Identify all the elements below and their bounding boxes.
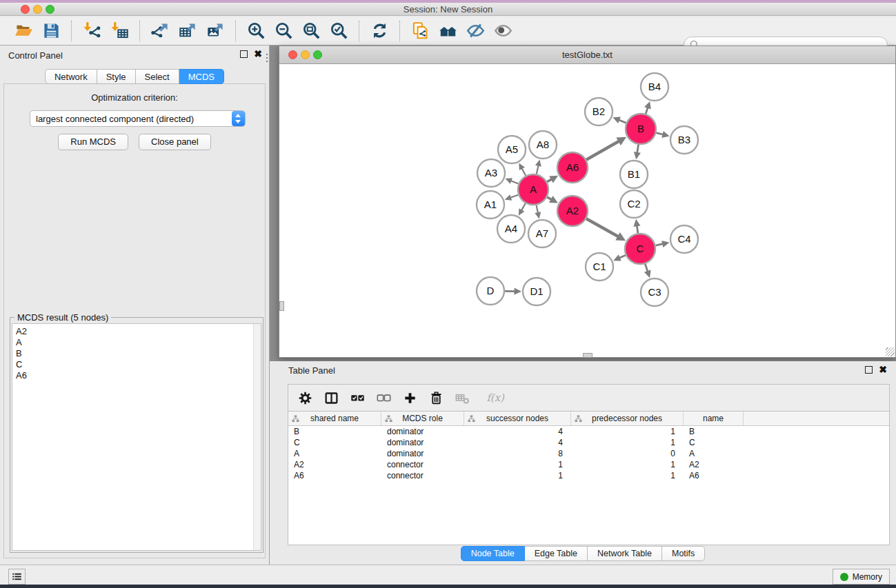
edge-B-B2[interactable] [619, 120, 626, 123]
birdseye-handle-left[interactable] [279, 301, 284, 311]
node-A2[interactable]: A2 [557, 196, 588, 226]
deselect-all-rows-button[interactable] [377, 389, 391, 406]
birdseye-handle-bottom[interactable] [583, 353, 593, 358]
edge-A-A4[interactable] [521, 203, 526, 210]
tab-edge-table[interactable]: Edge Table [525, 546, 588, 561]
mcds-result-item[interactable]: B [16, 348, 261, 359]
toggle-columns-button[interactable] [324, 389, 339, 406]
hide-selected-button[interactable] [461, 19, 489, 43]
tab-select[interactable]: Select [136, 69, 179, 84]
network-canvas[interactable]: AA1A2A3A4A5A6A7A8BB1B2B3B4CC1C2C3C4DD1 [279, 64, 895, 357]
new-network-from-file-button[interactable] [406, 19, 434, 43]
select-all-rows-button[interactable] [350, 389, 365, 406]
node-A5[interactable]: A5 [498, 136, 526, 163]
zoom-window-button[interactable] [46, 5, 54, 14]
tab-network[interactable]: Network [45, 69, 97, 84]
node-A1[interactable]: A1 [477, 191, 504, 219]
edge-A-A6[interactable] [547, 179, 552, 182]
table-settings-button[interactable] [298, 389, 312, 406]
edge-A-A5[interactable] [521, 168, 526, 176]
float-panel-icon[interactable] [240, 50, 248, 58]
table-row[interactable]: A2connector11A2 [288, 459, 889, 470]
node-A7[interactable]: A7 [528, 220, 556, 247]
node-A8[interactable]: A8 [529, 131, 557, 159]
column-header-MCDS-role[interactable]: MCDS role [381, 412, 464, 425]
mcds-result-item[interactable]: A [16, 337, 261, 348]
task-history-button[interactable] [8, 569, 26, 585]
memory-button[interactable]: Memory [833, 569, 890, 585]
edge-B-B3[interactable] [656, 133, 663, 135]
node-B2[interactable]: B2 [585, 98, 613, 125]
node-B4[interactable]: B4 [641, 73, 668, 101]
network-zoom-button[interactable] [313, 50, 322, 59]
node-B[interactable]: B [626, 114, 656, 144]
zoom-selected-button[interactable] [325, 19, 352, 43]
node-A4[interactable]: A4 [497, 215, 525, 243]
node-A[interactable]: A [518, 174, 548, 205]
table-row[interactable]: Bdominator41B [288, 426, 889, 437]
zoom-fit-button[interactable] [297, 19, 325, 43]
run-mcds-button[interactable]: Run MCDS [58, 134, 128, 150]
resize-grip-icon[interactable] [886, 347, 895, 356]
zoom-in-button[interactable] [242, 19, 270, 43]
tab-mcds[interactable]: MCDS [179, 69, 224, 84]
refresh-button[interactable] [366, 19, 393, 43]
export-table-button[interactable] [174, 19, 201, 43]
minimize-window-button[interactable] [33, 5, 42, 14]
node-A3[interactable]: A3 [477, 159, 505, 187]
show-all-button[interactable] [489, 19, 517, 43]
node-A6[interactable]: A6 [557, 152, 588, 183]
node-C2[interactable]: C2 [620, 190, 648, 218]
network-minimize-button[interactable] [301, 50, 310, 59]
node-B3[interactable]: B3 [670, 126, 698, 154]
close-window-button[interactable] [21, 5, 30, 14]
import-network-button[interactable] [78, 19, 106, 43]
edge-C-C4[interactable] [655, 244, 663, 245]
edge-A-A7[interactable] [537, 205, 538, 214]
close-panel-icon[interactable]: ✖ [254, 50, 262, 58]
edge-C-C3[interactable] [645, 264, 648, 272]
import-table-button[interactable] [106, 19, 133, 43]
table-row[interactable]: A6connector11A6 [288, 470, 889, 481]
node-D1[interactable]: D1 [523, 278, 550, 305]
column-header-predecessor-nodes[interactable]: predecessor nodes [571, 412, 684, 425]
network-close-button[interactable] [288, 50, 297, 59]
node-D[interactable]: D [477, 277, 504, 305]
tab-network-table[interactable]: Network Table [588, 546, 662, 561]
network-window-titlebar[interactable]: testGlobe.txt [279, 46, 895, 64]
close-panel-button[interactable]: Close panel [139, 134, 211, 150]
first-neighbors-button[interactable] [434, 19, 461, 43]
edge-C-C2[interactable] [637, 225, 638, 233]
float-table-panel-icon[interactable] [865, 366, 873, 374]
edge-A6-B[interactable] [586, 141, 619, 160]
mcds-result-item[interactable]: A6 [16, 370, 261, 381]
close-table-panel-icon[interactable]: ✖ [879, 366, 887, 374]
edge-A2-C[interactable] [586, 219, 618, 236]
mcds-result-item[interactable]: A2 [16, 326, 261, 337]
panel-splitter-handle[interactable] [266, 54, 268, 62]
tab-motifs[interactable]: Motifs [662, 546, 705, 561]
result-scrollbar[interactable] [253, 324, 261, 550]
mcds-result-list[interactable]: A2ABCA6 [12, 323, 261, 551]
node-C4[interactable]: C4 [670, 225, 698, 253]
tab-style[interactable]: Style [97, 69, 136, 84]
node-C1[interactable]: C1 [586, 253, 613, 281]
edge-A-A3[interactable] [510, 181, 518, 183]
mcds-result-item[interactable]: C [16, 359, 261, 370]
node-C[interactable]: C [625, 234, 655, 264]
node-B1[interactable]: B1 [620, 161, 648, 188]
edge-A-A2[interactable] [547, 197, 551, 199]
node-C3[interactable]: C3 [641, 278, 668, 306]
table-row[interactable]: Cdominator41C [288, 437, 889, 448]
table-row[interactable]: Adominator80A [288, 448, 889, 459]
column-header-successor-nodes[interactable]: successor nodes [464, 412, 571, 425]
criterion-dropdown[interactable]: largest connected component (directed) [30, 110, 246, 127]
edge-B-B1[interactable] [637, 145, 639, 153]
column-header-name[interactable]: name [684, 412, 744, 425]
edge-A-A8[interactable] [537, 165, 539, 174]
column-header-shared-name[interactable]: shared name [288, 412, 381, 425]
export-network-button[interactable] [146, 19, 174, 43]
edge-B-B4[interactable] [646, 108, 648, 114]
export-image-button[interactable] [201, 19, 229, 43]
save-session-button[interactable] [37, 19, 65, 43]
